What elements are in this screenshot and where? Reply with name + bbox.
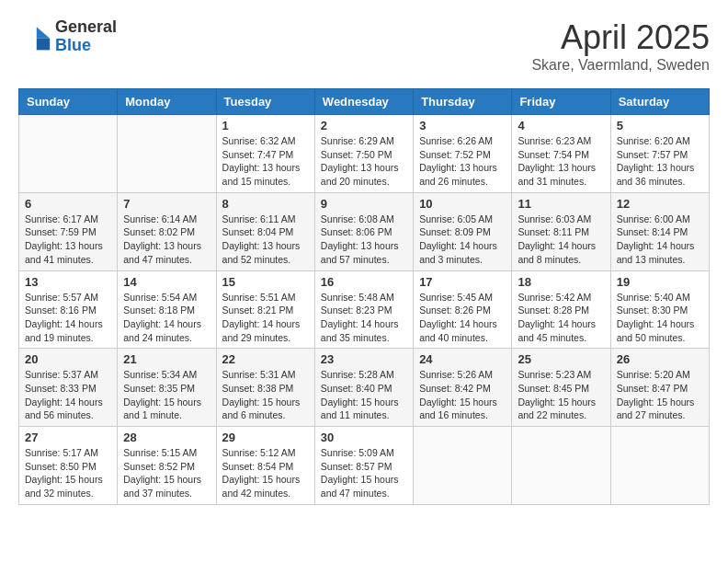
day-number: 16 (321, 275, 407, 289)
calendar-day-20: 20Sunrise: 5:37 AM Sunset: 8:33 PM Dayli… (19, 349, 118, 427)
calendar-day-11: 11Sunrise: 6:03 AM Sunset: 8:11 PM Dayli… (512, 192, 610, 270)
header: General Blue April 2025 Skare, Vaermland… (18, 18, 710, 74)
day-info: Sunrise: 5:37 AM Sunset: 8:33 PM Dayligh… (25, 368, 111, 422)
day-number: 18 (518, 275, 604, 289)
calendar-day-4: 4Sunrise: 6:23 AM Sunset: 7:54 PM Daylig… (512, 115, 610, 193)
calendar-day-12: 12Sunrise: 6:00 AM Sunset: 8:14 PM Dayli… (610, 192, 709, 270)
day-number: 26 (617, 352, 703, 366)
day-info: Sunrise: 6:03 AM Sunset: 8:11 PM Dayligh… (518, 213, 604, 267)
day-info: Sunrise: 5:42 AM Sunset: 8:28 PM Dayligh… (518, 291, 604, 345)
calendar-empty-cell (19, 115, 118, 193)
day-number: 1 (222, 119, 309, 132)
svg-marker-1 (37, 39, 50, 51)
calendar: SundayMondayTuesdayWednesdayThursdayFrid… (18, 88, 710, 505)
day-info: Sunrise: 5:20 AM Sunset: 8:47 PM Dayligh… (617, 368, 703, 422)
day-info: Sunrise: 5:17 AM Sunset: 8:50 PM Dayligh… (25, 446, 111, 500)
calendar-day-15: 15Sunrise: 5:51 AM Sunset: 8:21 PM Dayli… (216, 270, 314, 349)
calendar-day-3: 3Sunrise: 6:26 AM Sunset: 7:52 PM Daylig… (414, 115, 512, 193)
calendar-day-14: 14Sunrise: 5:54 AM Sunset: 8:18 PM Dayli… (118, 270, 216, 349)
calendar-day-25: 25Sunrise: 5:23 AM Sunset: 8:45 PM Dayli… (512, 349, 610, 427)
day-info: Sunrise: 5:54 AM Sunset: 8:18 PM Dayligh… (123, 291, 210, 345)
calendar-day-17: 17Sunrise: 5:45 AM Sunset: 8:26 PM Dayli… (414, 270, 512, 349)
header-day-thursday: Thursday (414, 89, 512, 115)
day-number: 21 (123, 352, 210, 366)
calendar-day-18: 18Sunrise: 5:42 AM Sunset: 8:28 PM Dayli… (512, 270, 610, 349)
title-section: April 2025 Skare, Vaermland, Sweden (531, 18, 710, 74)
calendar-empty-cell (512, 427, 610, 505)
day-number: 29 (222, 431, 309, 444)
month-title: April 2025 (531, 18, 710, 57)
header-day-friday: Friday (512, 89, 610, 115)
calendar-empty-cell (118, 115, 216, 193)
day-info: Sunrise: 5:12 AM Sunset: 8:54 PM Dayligh… (222, 446, 309, 500)
day-info: Sunrise: 6:23 AM Sunset: 7:54 PM Dayligh… (518, 134, 604, 189)
day-info: Sunrise: 5:48 AM Sunset: 8:23 PM Dayligh… (321, 291, 407, 345)
logo: General Blue (18, 18, 117, 55)
day-number: 13 (25, 275, 111, 289)
day-number: 15 (222, 275, 309, 289)
calendar-day-29: 29Sunrise: 5:12 AM Sunset: 8:54 PM Dayli… (216, 427, 314, 505)
day-info: Sunrise: 5:26 AM Sunset: 8:42 PM Dayligh… (419, 368, 506, 422)
day-number: 6 (25, 197, 111, 211)
calendar-day-23: 23Sunrise: 5:28 AM Sunset: 8:40 PM Dayli… (314, 349, 413, 427)
calendar-day-2: 2Sunrise: 6:29 AM Sunset: 7:50 PM Daylig… (314, 115, 413, 193)
calendar-day-24: 24Sunrise: 5:26 AM Sunset: 8:42 PM Dayli… (414, 349, 512, 427)
calendar-day-8: 8Sunrise: 6:11 AM Sunset: 8:04 PM Daylig… (216, 192, 314, 270)
day-number: 28 (123, 431, 210, 444)
day-info: Sunrise: 6:32 AM Sunset: 7:47 PM Dayligh… (222, 134, 309, 189)
header-day-sunday: Sunday (19, 89, 118, 115)
day-number: 3 (419, 119, 506, 132)
calendar-week-row: 6Sunrise: 6:17 AM Sunset: 7:59 PM Daylig… (19, 192, 710, 270)
day-info: Sunrise: 5:34 AM Sunset: 8:35 PM Dayligh… (123, 368, 210, 422)
day-number: 17 (419, 275, 506, 289)
day-info: Sunrise: 6:17 AM Sunset: 7:59 PM Dayligh… (25, 213, 111, 267)
day-info: Sunrise: 6:08 AM Sunset: 8:06 PM Dayligh… (321, 213, 407, 267)
calendar-header-row: SundayMondayTuesdayWednesdayThursdayFrid… (19, 89, 710, 115)
svg-marker-0 (37, 27, 50, 39)
calendar-day-10: 10Sunrise: 6:05 AM Sunset: 8:09 PM Dayli… (414, 192, 512, 270)
calendar-week-row: 13Sunrise: 5:57 AM Sunset: 8:16 PM Dayli… (19, 270, 710, 349)
calendar-week-row: 27Sunrise: 5:17 AM Sunset: 8:50 PM Dayli… (19, 427, 710, 505)
day-info: Sunrise: 5:57 AM Sunset: 8:16 PM Dayligh… (25, 291, 111, 345)
calendar-day-30: 30Sunrise: 5:09 AM Sunset: 8:57 PM Dayli… (314, 427, 413, 505)
day-info: Sunrise: 6:11 AM Sunset: 8:04 PM Dayligh… (222, 213, 309, 267)
day-number: 20 (25, 352, 111, 366)
day-number: 24 (419, 352, 506, 366)
calendar-day-26: 26Sunrise: 5:20 AM Sunset: 8:47 PM Dayli… (610, 349, 709, 427)
day-number: 27 (25, 431, 111, 444)
calendar-day-1: 1Sunrise: 6:32 AM Sunset: 7:47 PM Daylig… (216, 115, 314, 193)
day-number: 2 (321, 119, 407, 132)
day-info: Sunrise: 6:14 AM Sunset: 8:02 PM Dayligh… (123, 213, 210, 267)
day-number: 9 (321, 197, 407, 211)
day-number: 10 (419, 197, 506, 211)
day-number: 8 (222, 197, 309, 211)
day-number: 30 (321, 431, 407, 444)
day-info: Sunrise: 5:28 AM Sunset: 8:40 PM Dayligh… (321, 368, 407, 422)
day-info: Sunrise: 5:40 AM Sunset: 8:30 PM Dayligh… (617, 291, 703, 345)
header-day-tuesday: Tuesday (216, 89, 314, 115)
logo-text: General Blue (55, 18, 117, 55)
day-number: 14 (123, 275, 210, 289)
day-number: 5 (617, 119, 703, 132)
day-info: Sunrise: 5:45 AM Sunset: 8:26 PM Dayligh… (419, 291, 506, 345)
day-info: Sunrise: 5:15 AM Sunset: 8:52 PM Dayligh… (123, 446, 210, 500)
calendar-day-19: 19Sunrise: 5:40 AM Sunset: 8:30 PM Dayli… (610, 270, 709, 349)
calendar-day-7: 7Sunrise: 6:14 AM Sunset: 8:02 PM Daylig… (118, 192, 216, 270)
calendar-day-5: 5Sunrise: 6:20 AM Sunset: 7:57 PM Daylig… (610, 115, 709, 193)
day-number: 19 (617, 275, 703, 289)
calendar-empty-cell (610, 427, 709, 505)
calendar-day-9: 9Sunrise: 6:08 AM Sunset: 8:06 PM Daylig… (314, 192, 413, 270)
day-info: Sunrise: 5:09 AM Sunset: 8:57 PM Dayligh… (321, 446, 407, 500)
calendar-day-27: 27Sunrise: 5:17 AM Sunset: 8:50 PM Dayli… (19, 427, 118, 505)
header-day-wednesday: Wednesday (314, 89, 413, 115)
calendar-day-6: 6Sunrise: 6:17 AM Sunset: 7:59 PM Daylig… (19, 192, 118, 270)
day-info: Sunrise: 6:05 AM Sunset: 8:09 PM Dayligh… (419, 213, 506, 267)
day-info: Sunrise: 6:20 AM Sunset: 7:57 PM Dayligh… (617, 134, 703, 189)
day-number: 7 (123, 197, 210, 211)
day-number: 23 (321, 352, 407, 366)
calendar-day-16: 16Sunrise: 5:48 AM Sunset: 8:23 PM Dayli… (314, 270, 413, 349)
day-number: 22 (222, 352, 309, 366)
logo-icon (18, 20, 51, 53)
day-number: 11 (518, 197, 604, 211)
day-info: Sunrise: 6:26 AM Sunset: 7:52 PM Dayligh… (419, 134, 506, 189)
